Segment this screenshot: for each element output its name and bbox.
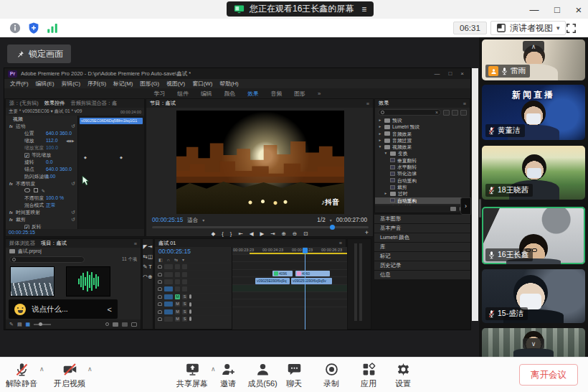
timeline-panel: 鑫试 01 ≡ 00:00:25:15 ◧ ∩ ⇆ ▾	[154, 238, 346, 330]
chevron-down-icon: ∨	[531, 340, 536, 347]
participant-tile[interactable]: 18王晓茜	[482, 146, 585, 200]
scroll-down-button[interactable]: ∨	[523, 338, 544, 349]
meeting-window: 您正在观看16王长鑫的屏幕 ≡ — □ × 06:31 演讲者视图 ▾	[0, 0, 588, 392]
effects-search-row: ×	[375, 108, 470, 117]
timeline-clip: v09025E090f6xj9q5v	[291, 278, 332, 284]
participant-tile[interactable]: ∧ 雷雨	[482, 39, 585, 80]
menu-item: 文件(F)	[10, 80, 29, 88]
type-tool-icon: T	[148, 263, 152, 270]
pin-screen-button[interactable]: 锁定画面	[7, 45, 71, 63]
caret-down-icon: ▾	[556, 24, 560, 32]
back-arrow-icon: <	[108, 305, 112, 314]
mic-options-chevron[interactable]: ∧	[39, 365, 44, 373]
security-shield-icon[interactable]	[27, 22, 40, 34]
playhead-line	[305, 254, 305, 330]
view-mode-label: 演讲者视图	[510, 22, 553, 34]
linked-selection-icon: ⇆	[174, 257, 178, 262]
unmute-button[interactable]: 解除静音	[1, 362, 42, 389]
effect-row: 防闪烁滤镜0.00	[6, 173, 77, 180]
effects-tree: ▸预设 ▸Lumetri 预设 ▸音频效果 ▸音频过渡 ▾视频效果 ▾变换 垂直…	[375, 117, 470, 205]
panel-header-essential-graphics: 基本图形	[374, 215, 470, 223]
smiley-icon	[14, 304, 26, 315]
view-mode-button[interactable]: 演讲者视图 ▾	[490, 21, 566, 35]
share-screen-label: 共享屏幕	[176, 378, 208, 389]
menu-item: 序列(S)	[87, 80, 106, 88]
screen-watch-banner[interactable]: 您正在观看16王长鑫的屏幕 ≡	[227, 1, 374, 17]
participant-tile-active[interactable]: 16王长鑫	[482, 207, 585, 264]
audio-waveform	[67, 267, 110, 296]
pin-icon	[15, 50, 24, 59]
pen-tool-icon: ✎	[143, 263, 147, 270]
effects-folder: ▾视频效果	[375, 144, 470, 150]
meeting-controls-bar: 解除静音 ∧ 开启视频 ∧ 共享屏幕 ∧	[0, 357, 588, 392]
share-screen-button[interactable]: 共享屏幕	[172, 362, 212, 389]
effects-tab: 效果	[379, 100, 389, 107]
minimize-button[interactable]: —	[523, 0, 545, 19]
effects-panel: 效果 ≡ × ▸预设	[374, 98, 470, 213]
menu-item: 窗口(W)	[192, 80, 212, 88]
audio-track-header: MS	[155, 315, 232, 322]
effect-controls-header: 主要 * v09025EC06 ▾ 鑫试 01 * v09 00:00:24:0…	[6, 108, 144, 116]
participant-name: 雷雨	[511, 66, 526, 76]
participant-name-badge: 18王晓茜	[485, 184, 533, 197]
start-video-label: 开启视频	[54, 378, 85, 389]
members-label: 成员(56)	[247, 378, 278, 389]
start-video-button[interactable]: 开启视频	[49, 362, 90, 389]
meeting-timer: 06:31	[453, 22, 487, 34]
participant-tile[interactable]: ∨	[482, 328, 585, 357]
video-track-header-v1	[155, 285, 232, 292]
gear-icon	[396, 362, 411, 377]
zoom-tool-icon: ⊕	[148, 274, 152, 280]
participant-tile[interactable]: 15-盛洁	[482, 269, 585, 323]
premiere-window: Pr Adobe Premiere Pro 2020 - D:\pr\Adobe…	[4, 67, 471, 330]
screen-share-icon	[234, 5, 245, 14]
settings-button[interactable]: 设置	[383, 362, 423, 389]
trash-icon	[131, 322, 137, 327]
sequence-tab: 鑫试 01	[158, 240, 176, 247]
tab-source: 源：(无剪辑)	[9, 100, 39, 107]
program-duration: 00:00:27:00	[336, 217, 367, 223]
status-toolbar: 06:31 演讲者视图 ▾	[0, 19, 588, 37]
fullscreen-icon[interactable]	[565, 22, 577, 34]
sidebar-resize-handle[interactable]	[479, 199, 481, 218]
ruler-label: 00:00:23:23	[233, 248, 254, 252]
workspace-overflow-icon: »	[318, 90, 321, 97]
audio-meter-right	[359, 243, 362, 321]
icon-view-icon: ▦	[26, 322, 31, 327]
video-options-chevron[interactable]: ∧	[87, 365, 93, 373]
find-icon	[105, 322, 109, 327]
program-info-row: 00:00:25:15 适合 ▾ 1/2 ▾ 00:00:27:00	[146, 216, 373, 224]
track-row	[232, 291, 347, 299]
close-button[interactable]: ×	[568, 0, 588, 19]
clip-color-chip	[274, 271, 278, 276]
network-signal-icon[interactable]	[46, 22, 59, 34]
menu-item: 图形(G)	[140, 80, 159, 88]
project-panel-footer: ✎ ▤ ▦	[6, 319, 141, 329]
maximize-button[interactable]: □	[546, 0, 568, 19]
mark-out-icon: }	[230, 230, 232, 237]
chat-button[interactable]: 聊天	[274, 362, 314, 389]
panel-menu-icon: ≡	[366, 101, 369, 107]
resolution-select: 1/2	[317, 217, 325, 223]
program-timecode: 00:00:25:15	[152, 217, 183, 223]
apps-label: 应用	[361, 378, 376, 389]
project-tab: 项目：鑫试	[41, 240, 67, 247]
effect-controls-tabs: 源：(无剪辑) 效果控件 音频剪辑混合器：鑫	[6, 99, 144, 108]
scroll-up-button[interactable]: ∧	[523, 41, 544, 52]
effect-row: 旋转0.0	[6, 159, 77, 166]
marker-icon: ▾	[182, 257, 184, 262]
meeting-info-icon[interactable]	[9, 22, 22, 34]
participant-tile[interactable]: 新闻直播 黄董洁	[482, 85, 585, 140]
new-item-icon	[122, 322, 128, 327]
leave-meeting-button[interactable]: 离开会议	[519, 364, 578, 386]
premiere-window-controls: — □ ×	[434, 70, 467, 77]
effect-row: 不透明度100.0 %	[6, 195, 77, 202]
effects-folder: ▸音频效果	[375, 131, 470, 137]
record-button[interactable]: 录制	[311, 362, 351, 389]
premiere-minimize-icon: —	[434, 70, 440, 77]
mic-on-icon	[488, 251, 495, 259]
effect-row-fx: fx不透明度↺	[6, 180, 77, 187]
banner-text: 您正在观看16王长鑫的屏幕	[250, 3, 354, 15]
yuv-effects-filter-icon	[460, 110, 467, 116]
banner-menu-icon[interactable]: ≡	[361, 4, 366, 14]
